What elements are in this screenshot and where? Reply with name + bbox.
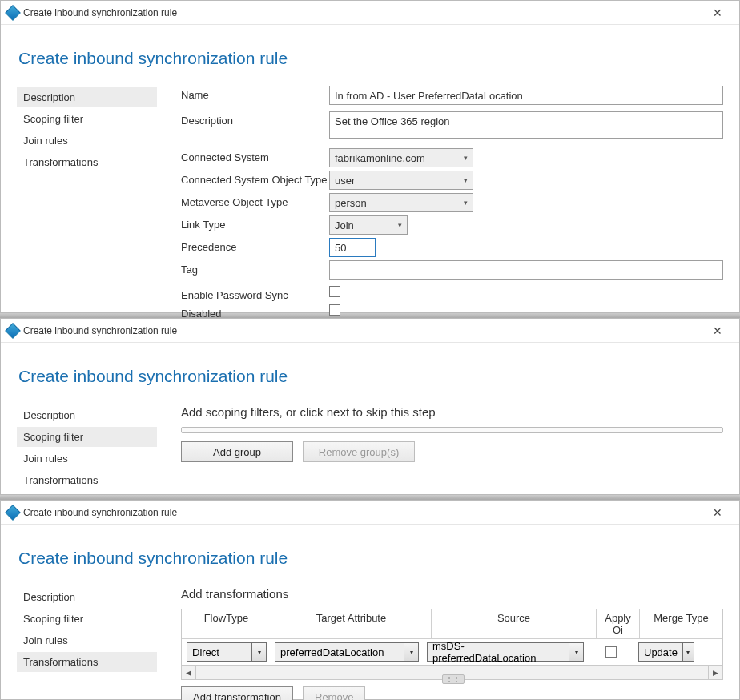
cs-object-type-label: Connected System Object Type	[181, 171, 329, 186]
app-icon	[5, 323, 21, 339]
chevron-down-icon: ▾	[251, 643, 266, 661]
tag-label: Tag	[181, 260, 329, 276]
transform-heading: Add transformations	[181, 587, 723, 601]
merge-type-select[interactable]: Update▾	[638, 642, 694, 662]
sidebar-item-join-rules[interactable]: Join rules	[17, 630, 157, 650]
precedence-input[interactable]	[329, 238, 376, 257]
metaverse-object-type-label: Metaverse Object Type	[181, 193, 329, 208]
sidebar-item-join-rules[interactable]: Join rules	[17, 449, 157, 469]
description-input[interactable]: Set the Office 365 region	[329, 111, 723, 139]
sidebar-item-description[interactable]: Description	[17, 587, 157, 607]
remove-group-button: Remove group(s)	[303, 441, 415, 462]
window-title: Create inbound synchronization rule	[23, 325, 177, 336]
col-apply: Apply Oi	[597, 609, 640, 638]
sidebar-item-description[interactable]: Description	[17, 87, 157, 107]
name-input[interactable]	[329, 86, 723, 105]
flowtype-select[interactable]: Direct▾	[187, 642, 267, 662]
enable-password-sync-checkbox[interactable]	[329, 286, 340, 297]
page-title: Create inbound synchronization rule	[18, 549, 723, 568]
tag-input[interactable]	[329, 260, 723, 280]
window-title: Create inbound synchronization rule	[23, 7, 177, 18]
window-description: Create inbound synchronization rule ✕ Cr…	[0, 0, 740, 313]
col-source: Source	[432, 609, 597, 638]
transform-table: FlowType Target Attribute Source Apply O…	[181, 609, 723, 666]
titlebar: Create inbound synchronization rule ✕	[1, 1, 739, 25]
metaverse-object-type-select[interactable]: person▾	[329, 193, 473, 212]
scoping-track	[181, 427, 723, 433]
connected-system-select[interactable]: fabrikamonline.com▾	[329, 148, 473, 167]
target-attribute-select[interactable]: preferredDataLocation▾	[275, 642, 419, 662]
close-icon[interactable]: ✕	[701, 324, 734, 337]
col-merge: Merge Type	[640, 609, 722, 638]
scoping-heading: Add scoping filters, or click next to sk…	[181, 405, 723, 419]
close-icon[interactable]: ✕	[701, 506, 734, 519]
chevron-down-icon: ▾	[404, 643, 418, 661]
cs-object-type-select[interactable]: user▾	[329, 171, 473, 190]
sidebar-item-transformations[interactable]: Transformations	[17, 152, 157, 172]
chevron-down-icon: ▾	[569, 643, 583, 661]
connected-system-label: Connected System	[181, 148, 329, 163]
app-icon	[5, 505, 21, 521]
chevron-down-icon: ▾	[458, 154, 473, 162]
precedence-label: Precedence	[181, 238, 329, 253]
enable-password-sync-label: Enable Password Sync	[181, 286, 329, 301]
chevron-down-icon: ▾	[392, 221, 407, 229]
horizontal-scrollbar[interactable]: ◀ ⋮⋮ ▶	[181, 666, 723, 680]
sidebar-item-scoping-filter[interactable]: Scoping filter	[17, 427, 157, 447]
sidebar: Description Scoping filter Join rules Tr…	[17, 404, 157, 492]
chevron-down-icon: ▾	[458, 176, 473, 184]
scroll-thumb[interactable]: ⋮⋮	[442, 674, 465, 684]
description-label: Description	[181, 111, 329, 127]
add-transformation-button[interactable]: Add transformation	[181, 686, 293, 700]
sidebar: Description Scoping filter Join rules Tr…	[17, 86, 157, 323]
apply-once-checkbox[interactable]	[605, 646, 617, 658]
source-select[interactable]: msDS-preferredDataLocation▾	[427, 642, 584, 662]
scroll-left-icon[interactable]: ◀	[182, 666, 196, 679]
sidebar-item-join-rules[interactable]: Join rules	[17, 131, 157, 151]
sidebar-item-description[interactable]: Description	[17, 405, 157, 425]
sidebar-item-scoping-filter[interactable]: Scoping filter	[17, 609, 157, 629]
sidebar-item-scoping-filter[interactable]: Scoping filter	[17, 109, 157, 129]
chevron-down-icon: ▾	[458, 199, 473, 207]
titlebar: Create inbound synchronization rule ✕	[1, 501, 739, 525]
col-target: Target Attribute	[271, 609, 432, 638]
add-group-button[interactable]: Add group	[181, 441, 293, 462]
page-title: Create inbound synchronization rule	[18, 367, 723, 386]
chevron-down-icon: ▾	[682, 643, 694, 661]
name-label: Name	[181, 86, 329, 101]
scroll-right-icon[interactable]: ▶	[708, 666, 722, 679]
sidebar-item-transformations[interactable]: Transformations	[17, 652, 157, 672]
page-title: Create inbound synchronization rule	[18, 49, 723, 68]
window-title: Create inbound synchronization rule	[23, 507, 177, 518]
link-type-label: Link Type	[181, 215, 329, 231]
sidebar-item-transformations[interactable]: Transformations	[17, 470, 157, 490]
col-flowtype: FlowType	[182, 609, 271, 638]
close-icon[interactable]: ✕	[701, 6, 734, 19]
titlebar: Create inbound synchronization rule ✕	[1, 319, 739, 343]
table-row: Direct▾ preferredDataLocation▾ msDS-pref…	[182, 639, 722, 665]
window-scoping: Create inbound synchronization rule ✕ Cr…	[0, 318, 740, 495]
app-icon	[5, 5, 21, 21]
window-transformations: Create inbound synchronization rule ✕ Cr…	[0, 500, 740, 700]
remove-transformation-button: Remove	[303, 686, 365, 700]
disabled-checkbox[interactable]	[329, 304, 340, 316]
link-type-select[interactable]: Join▾	[329, 215, 408, 235]
sidebar: Description Scoping filter Join rules Tr…	[17, 585, 157, 700]
